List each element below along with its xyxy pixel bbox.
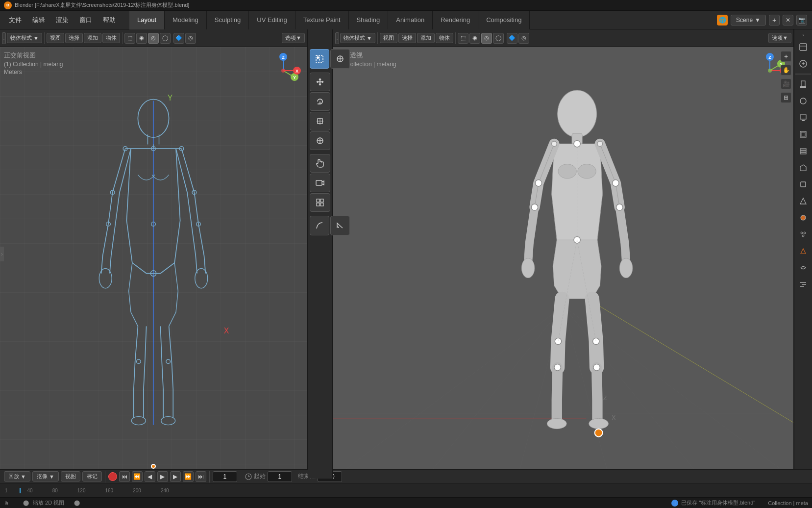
right-mode-selector[interactable]: 物体模式▼ [340,33,375,43]
next-frame-btn[interactable]: ▶ [170,471,181,482]
render-props-icon[interactable] [796,110,811,125]
curve-btn[interactable] [310,216,329,235]
svg-point-9 [281,69,285,73]
scale-btn[interactable] [310,112,330,130]
menu-render[interactable]: 渲染 [51,14,74,26]
angle-btn[interactable] [330,216,350,235]
right-options-btn[interactable]: 选项▼ [768,33,791,43]
right-rendered-btn[interactable]: ◎ [481,33,492,44]
camera-view-btn[interactable]: 🎥 [781,78,791,89]
delete-scene-btn[interactable]: ✕ [783,15,793,25]
constraint-icon[interactable] [796,260,811,275]
left-view-menu[interactable]: 视图 [47,33,64,43]
cursor-btn[interactable] [330,49,350,69]
material-icon[interactable] [796,210,811,225]
tab-rendering[interactable]: Rendering [433,11,478,29]
prev-frame-btn[interactable]: ◀ [145,471,155,482]
camera-fly-btn[interactable] [310,174,330,192]
playback-mode-btn[interactable]: 回放▼ [4,471,30,482]
proportional-icon[interactable]: ◎ [185,33,196,44]
right-wire-btn[interactable]: ⬚ [458,33,468,44]
rotate-btn[interactable] [310,92,330,111]
render-icon-btn[interactable]: 📷 [796,15,807,25]
output-props-icon[interactable] [796,127,811,142]
start-frame-input[interactable] [268,471,292,482]
modifier-icon[interactable] [796,277,811,292]
right-view-menu[interactable]: 视图 [380,33,397,43]
keying-mode-btn[interactable]: 抠像▼ [32,471,59,482]
scene-props-icon[interactable] [796,94,811,108]
active-tool-icon[interactable] [796,77,811,92]
svg-point-75 [619,258,633,278]
right-drag-handle[interactable]: ⋮ [335,32,339,44]
right-solid-btn[interactable]: ◉ [469,33,480,44]
view-layer-icon[interactable] [796,144,811,158]
tab-uv-editing[interactable]: UV Editing [249,11,295,29]
left-options-btn[interactable]: 选项▼ [282,33,305,43]
left-viewport[interactable]: ⋮ 物体模式▼ 视图 选择 添加 物体 ⬚ ◉ ◎ ◯ 🔷 ◎ 选项▼ [0,29,308,479]
zoom-in-btn[interactable]: + [781,51,791,62]
tab-animation[interactable]: Animation [388,11,433,29]
jump-start-btn[interactable]: ⏮ [119,471,130,482]
right-add-menu[interactable]: 添加 [417,33,435,43]
tab-shading[interactable]: Shading [349,11,389,29]
prev-keyframe-btn[interactable]: ⏪ [132,471,143,482]
left-mode-selector[interactable]: 物体模式▼ [7,33,42,43]
right-object-menu[interactable]: 物体 [436,33,453,43]
particle-icon[interactable] [796,227,811,242]
left-add-menu[interactable]: 添加 [84,33,101,43]
right-snap-icon[interactable]: 🔷 [507,33,517,44]
object-props-icon[interactable] [796,177,811,192]
scene-data-icon[interactable] [796,160,811,175]
tab-compositing[interactable]: Compositing [478,11,530,29]
grid-view-btn[interactable]: ⊞ [781,92,791,103]
left-select-menu[interactable]: 选择 [65,33,83,43]
jump-end-btn[interactable]: ⏭ [196,471,206,482]
scale-bar[interactable]: 1 40 80 120 160 200 240 [0,483,812,497]
snap-icon[interactable]: 🔷 [173,33,184,44]
right-select-menu[interactable]: 选择 [398,33,416,43]
right-material-btn[interactable]: ◯ [493,33,504,44]
select-box-btn[interactable] [310,49,329,69]
hand-pan-btn[interactable]: ✋ [781,65,791,76]
left-drag-handle[interactable]: ⋮ [2,32,6,44]
move-btn[interactable] [310,73,330,91]
menu-window[interactable]: 窗口 [74,14,97,26]
properties-icon[interactable] [795,56,811,71]
next-keyframe-btn[interactable]: ⏩ [183,471,194,482]
record-btn[interactable] [108,472,117,481]
svg-point-72 [558,164,576,178]
current-frame-input[interactable] [213,471,237,482]
sidebar-collapse-arrow[interactable]: › [795,31,811,38]
tab-modeling[interactable]: Modeling [165,11,207,29]
right-viewport[interactable]: ⋮ 物体模式▼ 视图 选择 添加 物体 ⬚ ◉ ◎ ◯ 🔷 ◎ 选项▼ [333,29,793,479]
mesh-data-icon[interactable] [796,194,811,208]
play-btn[interactable]: ▶ [157,471,168,482]
new-scene-btn[interactable]: + [769,15,780,25]
menu-edit[interactable]: 编辑 [27,14,50,26]
tab-layout[interactable]: Layout [129,11,165,29]
physics-icon[interactable] [796,244,811,258]
hand-btn[interactable] [310,154,330,173]
timeline-marker-btn[interactable]: 标记 [82,471,102,482]
svg-point-88 [554,364,560,371]
left-object-menu[interactable]: 物体 [102,33,120,43]
scene-button[interactable]: Scene ▼ [731,15,766,25]
timeline-view-btn[interactable]: 视图 [61,471,80,482]
menu-file[interactable]: 文件 [4,14,26,26]
tab-sculpting[interactable]: Sculpting [207,11,249,29]
left-edge-arrow[interactable]: › [0,247,4,261]
viewport-shading-solid[interactable]: ◉ [136,33,147,44]
viewport-shading-wire[interactable]: ⬚ [124,33,135,44]
svg-marker-109 [800,198,806,204]
svg-text:Y: Y [293,75,296,80]
transform-btn[interactable] [310,131,330,150]
viewport-shading-material[interactable]: ◯ [160,33,171,44]
viewport-shading-rendered[interactable]: ◎ [148,33,159,44]
grid-btn[interactable] [310,193,330,212]
menu-help[interactable]: 帮助 [98,14,121,26]
tab-texture-paint[interactable]: Texture Paint [295,11,349,29]
right-proportional-icon[interactable]: ◎ [518,33,529,44]
tools-icon[interactable] [795,40,811,54]
right-sep1 [377,32,378,44]
